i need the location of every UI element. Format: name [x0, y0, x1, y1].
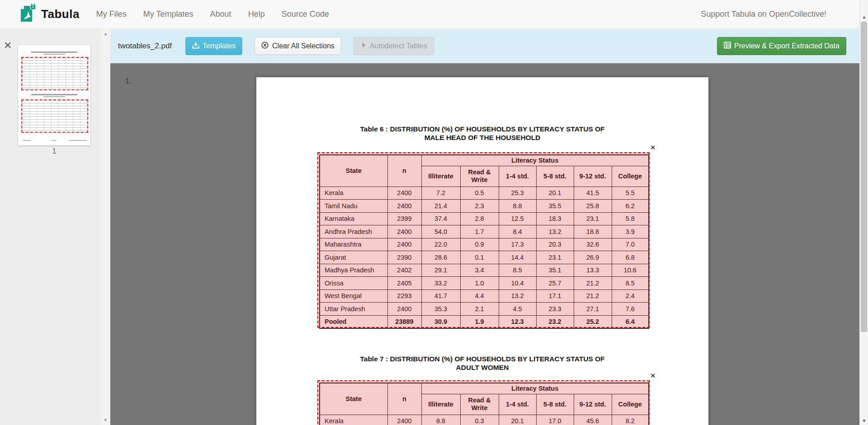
- table7-title-line1: Table 7 : DISTRIBUTION (%) OF HOUSEHOLDS…: [256, 355, 708, 363]
- table6-title-line1: Table 6 : DISTRIBUTION (%) OF HOUSEHOLDS…: [256, 125, 708, 133]
- page-marker: 1.: [125, 77, 132, 86]
- scroll-down-icon[interactable]: ▼: [860, 418, 868, 423]
- table7-title-line2: ADULT WOMEN: [256, 364, 708, 372]
- support-link[interactable]: Support Tabula on OpenCollective!: [701, 9, 826, 19]
- sidebar-scroll-up-icon[interactable]: ▲: [101, 32, 110, 36]
- autodetect-tables-button: Autodetect Tables: [354, 37, 434, 55]
- body-row: ✕ 1 ▲ ▼: [0, 29, 868, 425]
- pdf-page[interactable]: Table 6 : DISTRIBUTION (%) OF HOUSEHOLDS…: [256, 77, 708, 425]
- selection7-close-icon[interactable]: ✕: [650, 372, 656, 379]
- remove-page-icon[interactable]: ✕: [4, 41, 12, 51]
- scrollbar-thumb[interactable]: [861, 22, 867, 332]
- scroll-up-icon[interactable]: ▲: [860, 14, 868, 19]
- brand[interactable]: Tabula: [20, 4, 80, 24]
- window-scrollbar[interactable]: ▲ ▼: [859, 0, 868, 425]
- pdf-canvas: 1. Table 6 : DISTRIBUTION (%) OF HOUSEHO…: [110, 63, 868, 425]
- thumb-selection-table6: [21, 57, 88, 90]
- page-thumbnail[interactable]: [18, 45, 90, 145]
- sidebar-scroll-down-icon[interactable]: ▼: [101, 418, 110, 422]
- toolbar: twotables_2.pdf Templates: [110, 29, 868, 63]
- nav-my-templates[interactable]: My Templates: [143, 9, 193, 19]
- thumbnail-page-number: 1: [18, 147, 90, 155]
- preview-export-button[interactable]: Preview & Export Extracted Data: [717, 37, 846, 55]
- nav-my-files[interactable]: My Files: [96, 9, 127, 19]
- templates-button[interactable]: Templates: [185, 37, 242, 55]
- clear-circle-x-icon: [261, 42, 272, 51]
- table-list-icon: [724, 42, 734, 51]
- nav-links: My Files My Templates About Help Source …: [80, 9, 329, 19]
- nav-help[interactable]: Help: [248, 9, 265, 19]
- thumb-table6-title: [18, 51, 90, 55]
- thumb-selection-table7: [21, 99, 88, 133]
- selection-table7[interactable]: [317, 380, 650, 425]
- tabula-app: Tabula My Files My Templates About Help …: [0, 0, 868, 425]
- brand-name: Tabula: [41, 7, 80, 21]
- pdf-filename: twotables_2.pdf: [118, 42, 172, 51]
- navbar: Tabula My Files My Templates About Help …: [0, 0, 868, 28]
- save-template-icon: [192, 42, 203, 51]
- selection-table6[interactable]: [317, 152, 650, 328]
- table6-title-line2: MALE HEAD OF THE HOUSEHOLD: [256, 134, 708, 142]
- page-thumbnail-sidebar: ✕ 1 ▲ ▼: [0, 29, 110, 425]
- thumb-table7-title: [18, 94, 90, 97]
- sidebar-scrollbar[interactable]: ▲ ▼: [101, 29, 110, 425]
- tabula-logo-icon: [20, 4, 37, 24]
- selection6-close-icon[interactable]: ✕: [650, 144, 656, 151]
- lightning-bolt-icon: [360, 42, 370, 51]
- main-area: twotables_2.pdf Templates: [110, 29, 868, 425]
- clear-all-selections-button[interactable]: Clear All Selections: [255, 37, 341, 55]
- nav-source-code[interactable]: Source Code: [282, 9, 329, 19]
- nav-about[interactable]: About: [210, 9, 231, 19]
